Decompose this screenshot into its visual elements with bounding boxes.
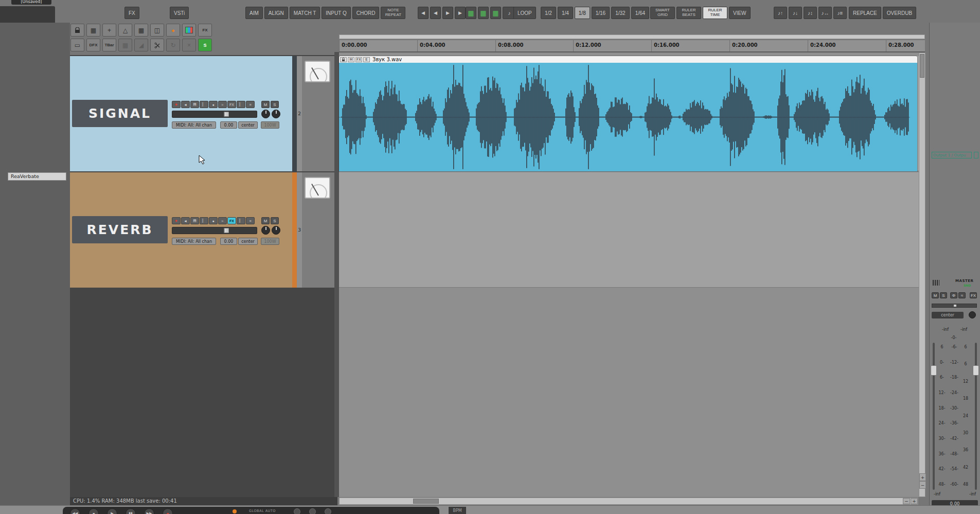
media-item-waveform[interactable] [339, 63, 917, 171]
monitor-button[interactable]: ◄ [181, 101, 190, 108]
timeline-ruler[interactable]: 0:00.000 0:04.000 0:08.000 0:12.000 0:16… [339, 40, 925, 52]
output-route-label[interactable]: Output 1 / Outpu [932, 152, 972, 158]
aim-button[interactable]: AIM [245, 7, 263, 19]
item-fx-button[interactable]: FX [355, 57, 362, 62]
volume-readout[interactable]: 0.00 [220, 121, 237, 129]
horizontal-scrollbar-thumb[interactable] [413, 499, 439, 504]
track-signal-body[interactable]: SIGNAL ● ◄ ▤ ▏ ● ≈ FX ▏ ≡ M S MIDI: All:… [70, 56, 292, 171]
transport-knob[interactable] [294, 508, 300, 514]
track-reverb[interactable]: REVERB ● ◄ ▤ ▏ ● ≈ FX ▏ ≡ M S MIDI: All:… [70, 172, 334, 288]
nav-prev-bar-button[interactable]: ◀ [418, 7, 429, 19]
crosshair-icon[interactable]: + [102, 24, 116, 37]
input-button[interactable]: ▤ [190, 101, 199, 108]
grid-green3-icon[interactable]: ▦ [490, 7, 501, 19]
master-mute-button[interactable]: M [932, 292, 939, 298]
routing-button[interactable]: ≡ [246, 217, 255, 224]
media-item[interactable]: M FX E Звук 3.wav [339, 56, 917, 171]
master-pan-slider[interactable] [932, 304, 977, 308]
horizontal-scrollbar[interactable]: − + [339, 498, 918, 505]
volume-slider-thumb[interactable] [224, 112, 229, 117]
pan-knob[interactable] [261, 110, 270, 118]
ruler-beats-button[interactable]: RULER BEATS [676, 7, 701, 19]
close-icon[interactable]: × [182, 39, 196, 51]
master-fader-right[interactable] [973, 343, 979, 490]
monitor-button[interactable]: ◄ [181, 217, 190, 224]
reaverbate-window-title[interactable]: ReaVerbate [8, 172, 66, 181]
trim-button[interactable]: ▏ [237, 101, 245, 108]
grid-green-icon[interactable]: ▦ [466, 7, 476, 19]
vertical-scrollbar[interactable]: + − [919, 52, 925, 497]
waveform-canvas[interactable] [339, 63, 917, 171]
grid-1-16-button[interactable]: 1/16 [592, 7, 610, 19]
track-reverb-name[interactable]: REVERB [72, 216, 168, 243]
vertical-zoom-in-button[interactable]: + [919, 473, 926, 481]
loop-button[interactable]: LOOP [513, 7, 536, 19]
midi-input-box[interactable]: MIDI: All: All chan [172, 238, 216, 245]
stop-button[interactable]: ■ [88, 508, 99, 514]
record-arm-button[interactable]: ● [172, 217, 181, 224]
note-repeat-button[interactable]: NOTE REPEAT [381, 7, 405, 19]
master-envelope-button[interactable]: ≈ [958, 292, 966, 298]
item-mute-button[interactable]: M [348, 57, 354, 62]
volume-slider-thumb[interactable] [224, 228, 229, 233]
note-transpose-icon[interactable]: ♪↕ [804, 7, 817, 19]
volume-readout[interactable]: 0.00 [220, 238, 237, 245]
grid-snap-icon[interactable]: ▦ [86, 24, 100, 37]
width-readout[interactable]: 100W [261, 238, 279, 245]
grid-dim-icon[interactable]: ▦ [118, 39, 132, 51]
grid-1-32-button[interactable]: 1/32 [611, 7, 629, 19]
grid-1-8-button[interactable]: 1/8 [575, 7, 590, 19]
pan-readout[interactable]: center [238, 238, 258, 245]
track-reverb-body[interactable]: REVERB ● ◄ ▤ ▏ ● ≈ FX ▏ ≡ M S MIDI: All:… [70, 172, 292, 288]
scissors-icon[interactable] [150, 39, 164, 51]
track-fx-button[interactable]: FX [227, 101, 236, 108]
note-transpose-down-icon[interactable]: ♪↓ [789, 7, 802, 19]
track-signal-color-strip[interactable] [292, 56, 297, 171]
envelope-button[interactable]: ≈ [218, 217, 227, 224]
go-to-end-button[interactable]: ▶▶ [144, 508, 154, 514]
media-item-header[interactable]: M FX E Звук 3.wav [339, 56, 917, 63]
vertical-scrollbar-thumb[interactable] [920, 54, 924, 78]
track-reverb-color-strip[interactable] [292, 172, 297, 288]
item-lock-icon[interactable] [340, 57, 347, 62]
width-knob[interactable] [272, 110, 280, 118]
grid-settings-icon[interactable]: ▦ [134, 24, 148, 37]
transport-knob[interactable] [309, 508, 316, 514]
fader-thumb[interactable] [973, 365, 979, 376]
ruler-time-button[interactable]: RULER TIME [703, 7, 727, 19]
dfx-button[interactable]: DFX [86, 39, 100, 51]
note-nudge-icon[interactable]: ♪↔ [818, 7, 832, 19]
volume-slider[interactable] [172, 111, 257, 118]
pan-knob[interactable] [261, 226, 270, 235]
master-fx-button[interactable]: FX [970, 292, 977, 298]
transport-knob[interactable] [325, 508, 331, 514]
arrange-area[interactable]: M FX E Звук 3.wav [339, 52, 925, 497]
fade-icon[interactable]: ◢ [134, 39, 148, 51]
pause-button[interactable]: ▮▮ [126, 508, 136, 514]
note-grid-icon[interactable]: ♪≡ [833, 7, 847, 19]
record-mode-button[interactable]: ● [209, 101, 218, 108]
width-knob[interactable] [272, 226, 280, 235]
horizontal-zoom-in-button[interactable]: + [911, 498, 918, 504]
mute-button[interactable]: M [261, 101, 270, 108]
phase-button[interactable]: ▏ [200, 217, 208, 224]
track-reverb-number[interactable]: 3 [297, 172, 302, 288]
tcp-arrange-splitter[interactable] [334, 52, 339, 497]
item-envelope-button[interactable]: E [363, 57, 370, 62]
phase-button[interactable]: ▏ [200, 101, 208, 108]
master-fader-left[interactable] [931, 343, 937, 490]
split-icon[interactable]: ◫ [150, 24, 164, 37]
nav-prev-button[interactable]: ◀ [430, 7, 441, 19]
grid-1-4-button[interactable]: 1/4 [558, 7, 573, 19]
record-dot-icon[interactable]: ● [166, 24, 180, 37]
arrange-zoom-strip[interactable] [339, 34, 925, 39]
output-route-extra-box[interactable] [974, 152, 978, 158]
align-button[interactable]: ALIGN [264, 7, 288, 19]
solo-button[interactable]: S [271, 101, 279, 108]
view-button[interactable]: VIEW [729, 7, 751, 19]
fx-chain-icon[interactable]: FX [198, 24, 212, 37]
vsti-button[interactable]: VSTi [170, 7, 189, 19]
grid-1-2-button[interactable]: 1/2 [541, 7, 556, 19]
vertical-zoom-out-button[interactable]: − [919, 481, 926, 489]
horizontal-zoom-out-button[interactable]: − [903, 498, 910, 504]
